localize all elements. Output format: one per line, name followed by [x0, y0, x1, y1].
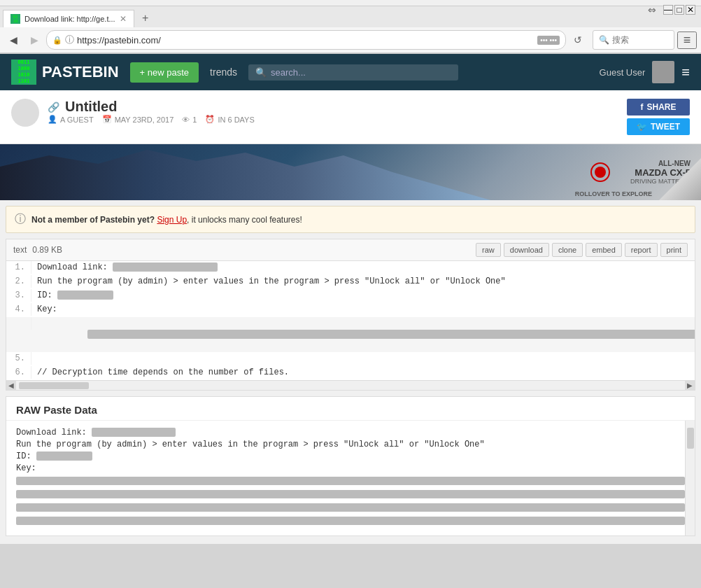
- code-line-5: 5.: [6, 352, 695, 366]
- guest-user-label: Guest User: [600, 67, 646, 78]
- paste-meta: 🔗 Untitled 👤 A GUEST 📅 MAY 23RD, 2017 👁 …: [0, 90, 701, 144]
- trends-link[interactable]: trends: [210, 66, 237, 78]
- scroll-right-button[interactable]: ▶: [685, 381, 695, 391]
- paste-author: 👤 A GUEST: [48, 115, 94, 124]
- raw-line-1: Download link:: [16, 428, 685, 438]
- horizontal-scrollbar[interactable]: ◀ ▶: [6, 380, 695, 390]
- scroll-thumb[interactable]: [19, 382, 89, 389]
- close-button[interactable]: ✕: [686, 5, 695, 15]
- redacted-block: [16, 477, 685, 485]
- address-input[interactable]: [77, 35, 532, 46]
- tab-title: Download link: http://ge.t...: [24, 15, 115, 23]
- browser-titlebar: ⇔ — □ ✕: [0, 0, 701, 6]
- header-menu-icon[interactable]: ≡: [681, 64, 690, 80]
- code-line-1: 1. Download link:: [6, 261, 695, 275]
- calendar-icon: 📅: [102, 115, 112, 124]
- code-actions: raw download clone embed report print: [476, 243, 688, 257]
- redacted-content: [92, 428, 176, 437]
- search-input[interactable]: [271, 67, 451, 78]
- info-text: Not a member of Pastebin yet? Sign Up, i…: [31, 215, 302, 225]
- embed-button[interactable]: embed: [586, 243, 622, 257]
- raw-line-5: [16, 475, 685, 486]
- raw-line-8: [16, 515, 685, 526]
- facebook-share-button[interactable]: f SHARE: [627, 99, 690, 115]
- paste-views: 👁 1: [182, 115, 197, 124]
- minimize-button[interactable]: —: [663, 5, 673, 15]
- line-content: Download link:: [31, 261, 695, 274]
- maximize-button[interactable]: □: [674, 5, 684, 15]
- forward-button[interactable]: ▶: [25, 31, 43, 49]
- paste-date: 📅 MAY 23RD, 2017: [102, 115, 174, 124]
- paste-title: 🔗 Untitled: [48, 99, 255, 115]
- browser-chrome: ⇔ — □ ✕ 0110 Download link: http://ge.t.…: [0, 0, 701, 54]
- line-number: 1.: [6, 261, 31, 274]
- resize-icon: ⇔: [648, 4, 656, 15]
- author-icon: 👤: [48, 115, 57, 124]
- eye-icon: 👁: [182, 115, 190, 124]
- tab-bar: 0110 Download link: http://ge.t... ✕ +: [0, 6, 701, 27]
- line-number: 4.: [6, 303, 31, 316]
- signup-link[interactable]: Sign Up: [157, 215, 187, 225]
- pastebin-header: 0011100010101101 PASTEBIN + new paste tr…: [0, 54, 701, 90]
- browser-menu-button[interactable]: ≡: [677, 31, 697, 49]
- code-toolbar: text 0.89 KB raw download clone embed re…: [6, 239, 695, 261]
- paste-author-avatar: [11, 99, 39, 127]
- lock-icon: 🔒: [52, 36, 62, 45]
- active-tab[interactable]: 0110 Download link: http://ge.t... ✕: [3, 10, 134, 27]
- paste-social: f SHARE 🐦 TWEET: [627, 99, 690, 135]
- banner-background: [0, 144, 490, 200]
- clone-button[interactable]: clone: [552, 243, 583, 257]
- scroll-left-button[interactable]: ◀: [6, 381, 16, 391]
- redacted-block: [16, 503, 685, 512]
- browser-search-input[interactable]: [612, 35, 668, 45]
- line-number: 2.: [6, 275, 31, 288]
- new-paste-button[interactable]: + new paste: [130, 62, 199, 83]
- raw-scroll-thumb[interactable]: [687, 428, 694, 449]
- logo-text: PASTEBIN: [42, 63, 119, 81]
- fb-icon: f: [640, 102, 643, 112]
- redacted-block: [16, 517, 685, 525]
- download-button[interactable]: download: [504, 243, 549, 257]
- avatar: [652, 61, 674, 83]
- new-tab-button[interactable]: +: [136, 9, 155, 27]
- paste-info-block: 🔗 Untitled 👤 A GUEST 📅 MAY 23RD, 2017 👁 …: [48, 99, 255, 127]
- redacted-block: [16, 490, 685, 498]
- raw-button[interactable]: raw: [476, 243, 501, 257]
- code-line-6: 6. // Decryption time depends on the num…: [6, 366, 695, 380]
- scroll-track[interactable]: [19, 382, 682, 389]
- raw-paste-body: Download link: Run the program (by admin…: [6, 421, 695, 536]
- tab-close-button[interactable]: ✕: [120, 14, 127, 24]
- raw-paste-container: Download link: Run the program (by admin…: [6, 421, 695, 536]
- info-bar: ⓘ Not a member of Pastebin yet? Sign Up,…: [6, 206, 695, 233]
- browser-toolbar: ◀ ▶ 🔒 ⓘ ••• ••• ↺ 🔍 ≡: [0, 27, 701, 53]
- report-button[interactable]: report: [625, 243, 658, 257]
- tw-icon: 🐦: [637, 122, 647, 132]
- twitter-tweet-button[interactable]: 🐦 TWEET: [627, 118, 690, 135]
- banner-ad: ALL-NEW MAZDA CX-5 DRIVING MATTERS° ROLL…: [0, 144, 701, 200]
- brand-logo: [590, 162, 610, 182]
- refresh-button[interactable]: ↺: [569, 31, 587, 49]
- code-body: 1. Download link: 2. Run the program (by…: [6, 261, 695, 380]
- search-bar[interactable]: 🔍: [248, 64, 458, 80]
- search-bar-container[interactable]: 🔍: [593, 30, 674, 50]
- line-content: [31, 317, 695, 352]
- code-line-key-value: .: [6, 317, 695, 352]
- line-content: Key:: [31, 303, 695, 316]
- raw-scrollbar[interactable]: [685, 421, 695, 536]
- raw-paste-title: RAW Paste Data: [6, 397, 695, 421]
- back-button[interactable]: ◀: [4, 31, 22, 49]
- pastebin-logo[interactable]: 0011100010101101 PASTEBIN: [11, 59, 119, 85]
- code-line-3: 3. ID:: [6, 289, 695, 303]
- info-icon: ⓘ: [65, 34, 74, 46]
- code-line-2: 2. Run the program (by admin) > enter va…: [6, 275, 695, 289]
- brand-line2: MAZDA CX-5: [630, 167, 691, 178]
- brand-line1: ALL-NEW: [630, 160, 691, 167]
- print-button[interactable]: print: [660, 243, 688, 257]
- page-container: 0011100010101101 PASTEBIN + new paste tr…: [0, 54, 701, 544]
- paste-info-row: 👤 A GUEST 📅 MAY 23RD, 2017 👁 1 ⏰ IN 6 DA…: [48, 115, 255, 124]
- line-content: ID:: [31, 289, 695, 302]
- redacted-content: [57, 290, 113, 300]
- tab-favicon: 0110: [10, 14, 20, 24]
- redacted-content: [36, 451, 92, 461]
- raw-line-3: ID:: [16, 451, 685, 461]
